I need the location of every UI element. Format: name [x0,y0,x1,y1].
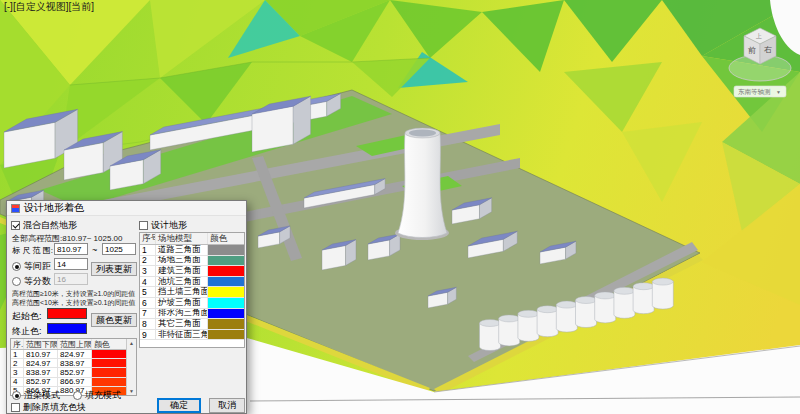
viewport-label[interactable]: [-][自定义视图][当前] [4,1,94,12]
application-window: { "viewport": { "label": "[-][自定义视图][当前]… [0,0,800,414]
storage-tank [556,305,577,333]
viewcube-front-label: 前 [748,46,756,55]
fill-mode-radio-dot[interactable] [73,391,82,400]
model-color-swatch[interactable] [208,266,244,276]
dialog-icon [11,204,20,213]
range-color-swatch[interactable] [92,368,126,376]
model-color-swatch[interactable] [208,319,244,329]
design-terrain-label: 设计地形 [151,219,187,232]
range-color-swatch[interactable] [92,378,126,386]
scroll-up-icon[interactable]: ▲ [129,339,134,347]
model-color-swatch[interactable] [208,298,244,308]
delete-fill-checkbox[interactable]: 删除原填充色块 [11,401,86,414]
range-row[interactable]: 1810.97824.97 [11,350,136,359]
viewcube-right-label: 右 [764,45,772,54]
storage-tank [614,291,635,319]
ruler-range-label: 标 尺 范 围: [12,245,53,256]
model-row[interactable]: 2场地三角面 [140,256,244,267]
equal-parts-radio-dot[interactable] [12,277,21,286]
cancel-button[interactable]: 取消 [209,398,245,413]
list-update-button[interactable]: 列表更新 [91,262,137,276]
fill-mode-label: 填充模式 [85,389,121,402]
model-row[interactable]: 4池坑三角面 [140,277,244,288]
model-row[interactable]: 5挡土墙三角面 [140,287,244,298]
range-color-swatch[interactable] [92,359,126,367]
storage-tank [499,318,520,346]
range-table-scrollbar[interactable]: ▲▼ [126,339,136,395]
spacing-value-input[interactable] [54,258,88,270]
model-color-swatch[interactable] [208,256,244,266]
mixed-natural-checkbox[interactable]: 混合自然地形 [11,219,77,232]
ruler-range-row: 标 尺 范 围: [12,245,53,256]
viewcube-top-label: 上 [755,33,762,39]
model-row[interactable]: 7排水沟三角面 [140,309,244,320]
storage-tank [595,295,616,323]
mixed-natural-checkbox-box[interactable] [11,221,20,230]
end-color-swatch[interactable] [47,323,87,334]
range-row[interactable]: 2824.97838.97 [11,359,136,368]
ruler-min-input[interactable] [54,243,88,255]
range-row[interactable]: 4852.97866.97 [11,378,136,387]
equal-spacing-radio-dot[interactable] [12,262,21,271]
model-color-swatch[interactable] [208,277,244,287]
model-row[interactable]: 6护坡三角面 [140,298,244,309]
model-color-swatch[interactable] [208,309,244,319]
viewcube-nav-arrow-icon[interactable]: ▼ [776,89,781,95]
render-mode-radio-dot[interactable] [12,391,21,400]
start-color-label: 起始色: [12,310,42,323]
range-row[interactable]: 3838.97852.97 [11,368,136,377]
tilde-separator: ~ [92,245,97,255]
model-row[interactable]: 1道路三角面 [140,245,244,256]
equal-spacing-radio[interactable]: 等间距 [12,260,51,273]
terrain-shading-dialog: 设计地形着色 混合自然地形 全部高程范围:810.97~ 1025.00 标 尺… [6,200,247,414]
model-color-swatch[interactable] [208,287,244,297]
end-color-label: 终止色: [12,325,42,338]
storage-tank [518,314,539,342]
model-row[interactable]: 8其它三角面 [140,319,244,330]
range-color-swatch[interactable] [92,350,126,358]
model-table-header: 序号 场地模型 颜色 [140,233,244,245]
model-color-swatch[interactable] [208,245,244,255]
elevation-range-table: 序.. 范围下限 范围上限 颜色 1810.97824.972824.97838… [10,338,137,396]
dialog-titlebar[interactable]: 设计地形着色 [7,201,246,216]
start-color-swatch[interactable] [47,308,87,319]
storage-tank [652,282,673,310]
storage-tank [537,309,558,337]
design-terrain-checkbox-box[interactable] [139,221,148,230]
storage-tank [633,286,654,314]
model-row[interactable]: 3建筑三角面 [140,266,244,277]
parts-value-input [54,273,88,285]
ruler-max-input[interactable] [102,243,136,255]
viewcube-nav-label: 东南等轴测 [738,88,771,96]
model-row[interactable]: 9非特征面三角面 [140,330,244,341]
spacing-hint-2: 高程范围<10米，支持设置≥0.1的间距值 [12,298,135,308]
scroll-down-icon[interactable]: ▼ [129,387,134,395]
design-terrain-checkbox[interactable]: 设计地形 [139,219,187,232]
storage-tank [576,300,597,328]
dialog-title: 设计地形着色 [24,201,84,215]
ok-button[interactable]: 确定 [157,398,201,413]
mixed-natural-label: 混合自然地形 [23,219,77,232]
equal-parts-label: 等分数 [24,275,51,288]
storage-tank [480,323,501,351]
model-color-swatch[interactable] [208,330,244,340]
equal-parts-radio[interactable]: 等分数 [12,275,51,288]
delete-fill-checkbox-box[interactable] [11,403,20,412]
site-model-table: 序号 场地模型 颜色 1道路三角面2场地三角面3建筑三角面4池坑三角面5挡土墙三… [139,232,245,348]
color-update-button[interactable]: 颜色更新 [91,313,137,327]
equal-spacing-label: 等间距 [24,260,51,273]
model-table-body: 1道路三角面2场地三角面3建筑三角面4池坑三角面5挡土墙三角面6护坡三角面7排水… [140,245,244,340]
delete-fill-label: 删除原填充色块 [23,401,86,414]
range-table-header: 序.. 范围下限 范围上限 颜色 [11,339,136,350]
